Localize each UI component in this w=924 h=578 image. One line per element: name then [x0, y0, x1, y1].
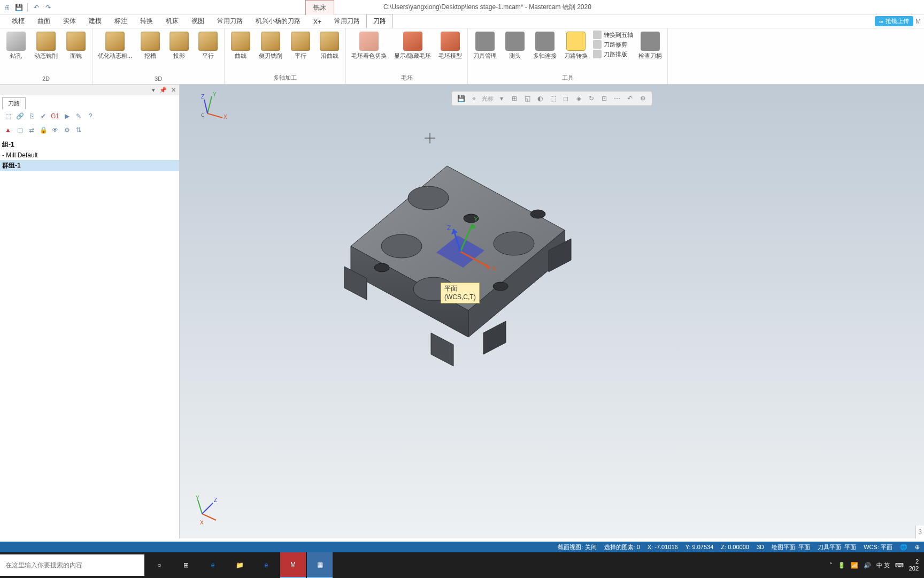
- tab-toolpaths[interactable]: 刀路: [366, 14, 393, 28]
- tray-volume-icon[interactable]: 🔊: [864, 562, 871, 569]
- status-wcs[interactable]: WCS: 平面: [864, 543, 892, 551]
- vt-options-icon[interactable]: ⚙: [638, 94, 648, 103]
- button-project[interactable]: 投影: [166, 31, 192, 61]
- button-stock-model[interactable]: 毛坯模型: [436, 31, 464, 61]
- tb-verify-icon[interactable]: ✔: [38, 111, 48, 121]
- status-globe-icon[interactable]: 🌐: [900, 544, 907, 551]
- vt-hide-icon[interactable]: ◻: [561, 94, 571, 103]
- button-drill[interactable]: 钻孔: [3, 31, 29, 61]
- status-section-view[interactable]: 截面视图: 关闭: [558, 543, 596, 551]
- tree-toolpath-group[interactable]: 群组-1: [0, 160, 179, 171]
- tray-keyboard-icon[interactable]: ⌨: [895, 562, 904, 569]
- explorer-icon[interactable]: 📁: [227, 552, 252, 578]
- button-nest-toolpath[interactable]: 刀路排版: [593, 50, 633, 58]
- vt-undo-icon[interactable]: ↶: [625, 94, 635, 103]
- ie-icon[interactable]: e: [253, 552, 279, 578]
- vt-iso-icon[interactable]: ◈: [574, 94, 583, 103]
- upload-button[interactable]: ∞ 抢镜上传: [875, 16, 913, 26]
- tab-drafting[interactable]: 标注: [108, 14, 134, 28]
- button-stock-shade[interactable]: 毛坯着色切换: [349, 31, 389, 61]
- tb-box-icon[interactable]: ▢: [15, 125, 25, 135]
- tray-wifi-icon[interactable]: 📶: [851, 562, 858, 569]
- tb-sort-icon[interactable]: ⇅: [74, 125, 83, 135]
- button-stock-display[interactable]: 显示/隐藏毛坯: [392, 31, 433, 61]
- button-probe[interactable]: 测头: [502, 31, 528, 61]
- context-tab-mill[interactable]: 铣床: [305, 0, 334, 15]
- vt-shade-icon[interactable]: ◐: [535, 94, 545, 103]
- status-target-icon[interactable]: ⊕: [915, 544, 920, 551]
- button-curve[interactable]: 曲线: [228, 31, 253, 61]
- button-multiaxis-link[interactable]: 多轴连接: [531, 31, 559, 61]
- vt-more-icon[interactable]: ⋯: [612, 94, 622, 103]
- tab-custom-toolpath[interactable]: 机兴小杨的刀路: [249, 14, 307, 28]
- cortana-icon[interactable]: ○: [147, 552, 172, 578]
- panel-close-icon[interactable]: ✕: [171, 87, 176, 94]
- button-toolpath-convert[interactable]: 刀路转换: [562, 31, 590, 61]
- button-parallel-multi[interactable]: 平行: [288, 31, 313, 61]
- save-icon[interactable]: 💾: [14, 3, 24, 12]
- button-swarf[interactable]: 侧刃铣削: [257, 31, 284, 61]
- mastercam-icon[interactable]: M: [280, 552, 306, 578]
- vt-dropdown-icon[interactable]: ▾: [497, 94, 506, 103]
- tab-wireframe[interactable]: 线框: [5, 14, 31, 28]
- tb-post-icon[interactable]: ▶: [62, 111, 72, 121]
- button-check-holder[interactable]: 检查刀柄: [636, 31, 664, 61]
- vt-wire-icon[interactable]: ⬚: [548, 94, 558, 103]
- status-tplane[interactable]: 刀具平面: 平面: [818, 543, 856, 551]
- tab-surfaces[interactable]: 曲面: [31, 14, 57, 28]
- tb-edit-icon[interactable]: ✎: [74, 111, 83, 121]
- vt-fit-icon[interactable]: ⊡: [599, 94, 609, 103]
- vt-scale-icon[interactable]: ◱: [522, 94, 532, 103]
- tree-machine-group[interactable]: 组-1: [0, 139, 179, 150]
- tb-filter-icon[interactable]: ⚙: [62, 125, 72, 135]
- button-tool-manager[interactable]: 刀具管理: [471, 31, 499, 61]
- vt-grid-icon[interactable]: ⊞: [510, 94, 519, 103]
- tb-lock-icon[interactable]: 🔒: [38, 125, 48, 135]
- tab-machine[interactable]: 机床: [159, 14, 185, 28]
- task-view-icon[interactable]: ⊞: [173, 552, 199, 578]
- tab-xplus[interactable]: X+: [307, 16, 328, 28]
- tab-solids[interactable]: 实体: [57, 14, 82, 28]
- tb-select-icon[interactable]: ⬚: [3, 111, 13, 121]
- tab-common-toolpath[interactable]: 常用刀路: [211, 14, 249, 28]
- button-along-curve[interactable]: 沿曲线: [317, 31, 342, 61]
- tab-common-toolpath-2[interactable]: 常用刀路: [328, 14, 366, 28]
- button-convert-5axis[interactable]: 转换到五轴: [593, 31, 633, 39]
- print-icon[interactable]: 🖨: [2, 3, 12, 12]
- 3d-viewport[interactable]: X Y Z C 💾 ⌖ 光标 ▾ ⊞ ◱ ◐ ⬚ ◻ ◈ ↻ ⊡ ⋯ ↶ ⚙: [180, 85, 924, 538]
- status-cplane[interactable]: 绘图平面: 平面: [772, 543, 810, 551]
- tray-ime[interactable]: 中 英: [876, 561, 890, 569]
- tab-transform[interactable]: 转换: [134, 14, 159, 28]
- button-optirough[interactable]: 优化动态粗...: [96, 31, 134, 61]
- status-mode[interactable]: 3D: [757, 544, 764, 550]
- tree-mill-default[interactable]: - Mill Default: [0, 150, 179, 160]
- button-trim-toolpath[interactable]: 刀路修剪: [593, 40, 633, 49]
- button-face-mill[interactable]: 面铣: [63, 31, 89, 61]
- panel-pin-icon[interactable]: 📌: [159, 87, 167, 94]
- tray-up-icon[interactable]: ˄: [829, 562, 833, 569]
- tb-tri-icon[interactable]: ▲: [3, 125, 13, 135]
- vt-rotate-icon[interactable]: ↻: [587, 94, 596, 103]
- tray-battery-icon[interactable]: 🔋: [838, 562, 845, 569]
- button-dynamic-mill[interactable]: 动态铣削: [32, 31, 60, 61]
- tray-clock[interactable]: 2 202: [909, 558, 919, 572]
- tb-link-icon[interactable]: 🔗: [15, 111, 25, 121]
- tb-insert-icon[interactable]: ⎘: [27, 111, 36, 121]
- tb-help-icon[interactable]: ?: [86, 111, 95, 121]
- vt-cursor-icon[interactable]: ⌖: [469, 94, 479, 103]
- tb-eye-icon[interactable]: 👁: [50, 125, 60, 135]
- tb-g1-icon[interactable]: G1: [50, 111, 60, 121]
- taskbar-search[interactable]: 在这里输入你要搜索的内容: [0, 554, 144, 576]
- vt-save-icon[interactable]: 💾: [456, 94, 466, 103]
- edge-icon[interactable]: e: [200, 552, 226, 578]
- tb-arrow-icon[interactable]: ⇄: [27, 125, 36, 135]
- app-icon[interactable]: ▦: [307, 552, 333, 578]
- button-parallel[interactable]: 平行: [195, 31, 221, 61]
- redo-icon[interactable]: ↷: [43, 3, 53, 12]
- undo-icon[interactable]: ↶: [32, 3, 41, 12]
- tab-view[interactable]: 视图: [185, 14, 211, 28]
- button-pocket[interactable]: 挖槽: [137, 31, 163, 61]
- panel-tab-toolpaths[interactable]: 刀路: [2, 97, 26, 109]
- tab-model[interactable]: 建模: [82, 14, 108, 28]
- panel-dropdown-icon[interactable]: ▾: [152, 87, 155, 94]
